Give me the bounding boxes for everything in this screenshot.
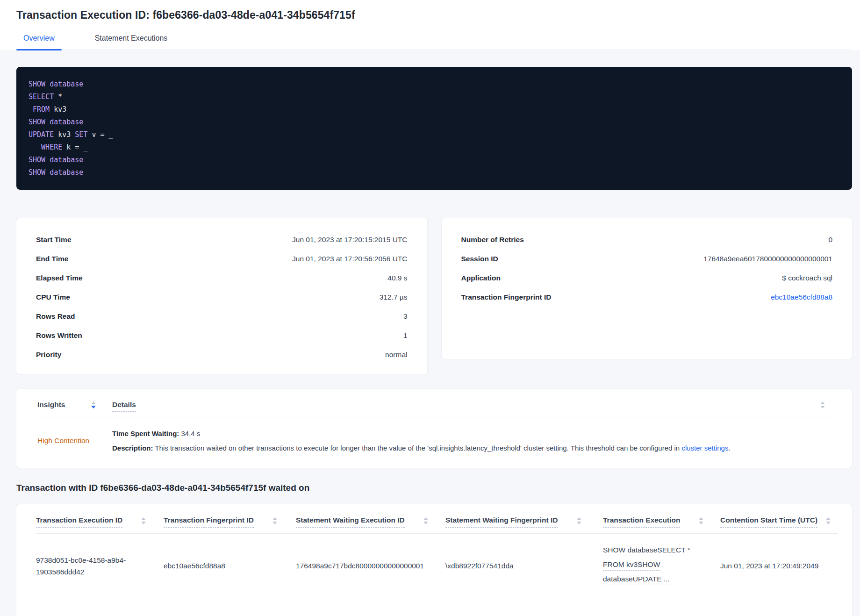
col-header-transaction-execution[interactable]: Transaction Execution — [603, 516, 720, 533]
col-header-insights[interactable]: Insights — [37, 401, 96, 412]
summary-row-application: Application$ cockroach sql — [461, 268, 833, 287]
summary-row-session-id: Session ID17648a9eea60178000000000000000… — [461, 249, 833, 268]
sql-line: FROM kv3 — [29, 103, 840, 116]
insight-details: Time Spent Waiting: 34.4 s Description: … — [112, 426, 831, 455]
sql-statements-box: SHOW database SELECT * FROM kv3 SHOW dat… — [16, 67, 852, 190]
cell-contention-start-time: Jun 01, 2023 at 17:20:49:2049 — [720, 560, 838, 572]
col-header-statement-waiting-fingerprint-id[interactable]: Statement Waiting Fingerprint ID — [445, 516, 603, 533]
tab-statement-executions[interactable]: Statement Executions — [88, 34, 175, 50]
cell-transaction-execution-id: 9738d051-bc0e-4158-a9b4-1903586ddd42 — [36, 554, 164, 578]
col-header-transaction-fingerprint-id[interactable]: Transaction Fingerprint ID — [164, 516, 296, 533]
sort-arrows-icon[interactable] — [272, 517, 277, 524]
table-row: 9738d051-bc0e-4158-a9b4-1903586ddd42 ebc… — [36, 534, 838, 598]
cell-statement-waiting-execution-id: 176498a9c717bdc80000000000000001 — [296, 560, 445, 572]
sql-line: SHOW database — [29, 116, 840, 129]
transaction-execution-preview-link[interactable]: FROM kv3SHOW — [603, 560, 660, 571]
sort-arrows-icon[interactable] — [423, 517, 428, 524]
col-header-contention-start-time[interactable]: Contention Start Time (UTC) — [720, 516, 838, 533]
insight-description-line: Description: This transaction waited on … — [112, 441, 831, 455]
summary-row-transaction-fingerprint: Transaction Fingerprint IDebc10ae56cfd88… — [461, 287, 833, 307]
tab-overview[interactable]: Overview — [16, 34, 62, 50]
col-header-details[interactable]: Details — [112, 401, 136, 409]
cluster-settings-link[interactable]: cluster settings — [681, 444, 728, 452]
col-header-statement-waiting-execution-id[interactable]: Statement Waiting Execution ID — [296, 516, 445, 533]
cell-statement-waiting-fingerprint-id: \xdb8922f077541dda — [445, 560, 603, 572]
sql-line: SHOW database — [29, 78, 840, 91]
insights-table-card: Insights Details High Contention Time Sp… — [16, 389, 852, 468]
sql-line: WHERE k = _ — [29, 141, 840, 154]
summary-row-elapsed-time: Elapsed Time40.9 s — [36, 268, 408, 287]
cell-transaction-execution: SHOW databaseSELECT * FROM kv3SHOW datab… — [603, 544, 720, 587]
tab-overview-label: Overview — [23, 34, 55, 42]
sql-line: SHOW database — [29, 154, 840, 166]
sort-arrows-icon[interactable] — [826, 517, 831, 524]
transaction-fingerprint-link[interactable]: ebc10ae56cfd88a8 — [771, 293, 832, 301]
summary-row-rows-read: Rows Read3 — [36, 307, 408, 326]
sort-arrows-icon[interactable] — [577, 517, 581, 524]
sort-arrows-icon[interactable] — [820, 401, 825, 408]
transaction-execution-preview-link[interactable]: databaseUPDATE ... — [603, 574, 670, 585]
insights-table-header: Insights Details — [37, 389, 831, 417]
session-summary-card: Number of Retries0 Session ID17648a9eea6… — [442, 218, 853, 359]
sort-arrows-icon[interactable] — [91, 401, 96, 408]
execution-summary-card: Start TimeJun 01, 2023 at 17:20:15:2015 … — [16, 218, 427, 374]
summary-row-priority: Prioritynormal — [36, 345, 408, 364]
insight-type-badge: High Contention — [37, 437, 112, 445]
summary-row-retries: Number of Retries0 — [461, 230, 833, 249]
waited-on-table-card: Transaction Execution ID Transaction Fin… — [16, 504, 852, 616]
cell-transaction-fingerprint-id: ebc10ae56cfd88a8 — [164, 560, 296, 572]
summary-cards-row: Start TimeJun 01, 2023 at 17:20:15:2015 … — [16, 218, 852, 374]
sql-line: SHOW database — [29, 166, 840, 179]
tab-statement-executions-label: Statement Executions — [95, 34, 168, 42]
sort-arrows-icon[interactable] — [141, 517, 146, 524]
waited-on-heading: Transaction with ID f6be6366-da03-48de-a… — [16, 483, 852, 493]
page-header: Transaction Execution ID: f6be6366-da03-… — [0, 0, 860, 50]
insight-waiting-line: Time Spent Waiting: 34.4 s — [112, 426, 831, 441]
summary-row-rows-written: Rows Written1 — [36, 326, 408, 345]
tab-bar: Overview Statement Executions — [16, 34, 852, 50]
col-header-transaction-execution-id[interactable]: Transaction Execution ID — [36, 516, 164, 533]
transaction-execution-preview-link[interactable]: SHOW databaseSELECT * — [603, 545, 690, 556]
waited-on-table-header: Transaction Execution ID Transaction Fin… — [36, 504, 838, 534]
sql-line: SELECT * — [29, 91, 840, 103]
insight-row: High Contention Time Spent Waiting: 34.4… — [37, 417, 831, 468]
summary-row-end-time: End TimeJun 01, 2023 at 17:20:56:2056 UT… — [36, 249, 408, 268]
summary-row-cpu-time: CPU Time312.7 µs — [36, 287, 408, 307]
main-content: SHOW database SELECT * FROM kv3 SHOW dat… — [0, 67, 860, 616]
summary-row-start-time: Start TimeJun 01, 2023 at 17:20:15:2015 … — [36, 230, 408, 249]
sql-line: UPDATE kv3 SET v = _ — [29, 129, 840, 141]
sort-arrows-icon[interactable] — [699, 517, 703, 524]
page-title: Transaction Execution ID: f6be6366-da03-… — [16, 0, 852, 21]
